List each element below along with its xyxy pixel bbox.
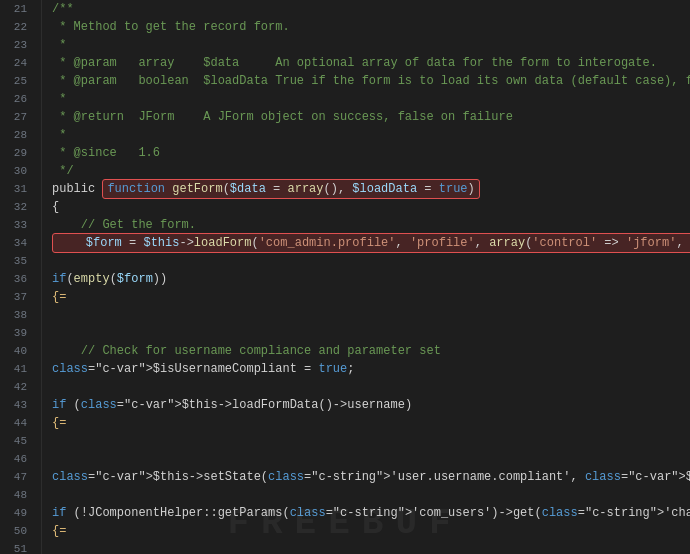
code-line: * @since 1.6 (52, 144, 690, 162)
line-number: 44 (0, 414, 33, 432)
code-line: * @return JForm A JForm object on succes… (52, 108, 690, 126)
line-number: 46 (0, 450, 33, 468)
code-line: * (52, 36, 690, 54)
code-line: /** (52, 0, 690, 18)
line-number: 38 (0, 306, 33, 324)
line-number: 28 (0, 126, 33, 144)
line-number: 36 (0, 270, 33, 288)
code-line: $form = $this->loadForm('com_admin.profi… (52, 234, 690, 252)
line-number: 29 (0, 144, 33, 162)
line-number: 50 (0, 522, 33, 540)
code-line (52, 306, 690, 324)
line-number: 45 (0, 432, 33, 450)
line-number: 24 (0, 54, 33, 72)
line-number: 47 (0, 468, 33, 486)
line-numbers: 2122232425262728293031323334353637383940… (0, 0, 42, 554)
line-number: 30 (0, 162, 33, 180)
code-editor: 2122232425262728293031323334353637383940… (0, 0, 690, 554)
line-number: 41 (0, 360, 33, 378)
code-line: {= (52, 522, 690, 540)
line-number: 34 (0, 234, 33, 252)
line-number: 31 (0, 180, 33, 198)
line-number: 21 (0, 0, 33, 18)
code-line (52, 486, 690, 504)
code-area: /** * Method to get the record form. * *… (42, 0, 690, 554)
line-number: 35 (0, 252, 33, 270)
code-line (52, 378, 690, 396)
line-number: 22 (0, 18, 33, 36)
code-line: if (!JComponentHelper::getParams(class="… (52, 504, 690, 522)
line-number: 51 (0, 540, 33, 554)
line-number: 48 (0, 486, 33, 504)
line-number: 42 (0, 378, 33, 396)
line-number: 26 (0, 90, 33, 108)
code-line: class="c-var">$isUsernameCompliant = tru… (52, 360, 690, 378)
code-line: * @param boolean $loadData True if the f… (52, 72, 690, 90)
code-line (52, 324, 690, 342)
code-line: * @param array $data An optional array o… (52, 54, 690, 72)
code-line: public function getForm($data = array(),… (52, 180, 690, 198)
line-number: 27 (0, 108, 33, 126)
line-number: 49 (0, 504, 33, 522)
code-line: * (52, 90, 690, 108)
code-line: // Check for username compliance and par… (52, 342, 690, 360)
code-line (52, 450, 690, 468)
line-number: 39 (0, 324, 33, 342)
line-number: 32 (0, 198, 33, 216)
code-line: if (class="c-var">$this->loadFormData()-… (52, 396, 690, 414)
line-number: 43 (0, 396, 33, 414)
code-line: */ (52, 162, 690, 180)
line-number: 40 (0, 342, 33, 360)
code-line: if(empty($form)) (52, 270, 690, 288)
line-number: 25 (0, 72, 33, 90)
code-line (52, 540, 690, 554)
code-line: {= (52, 288, 690, 306)
code-line: {= (52, 414, 690, 432)
line-number: 37 (0, 288, 33, 306)
code-line: class="c-var">$this->setState(class="c-s… (52, 468, 690, 486)
code-line (52, 252, 690, 270)
code-line: * (52, 126, 690, 144)
code-line: { (52, 198, 690, 216)
code-line (52, 432, 690, 450)
line-number: 33 (0, 216, 33, 234)
line-number: 23 (0, 36, 33, 54)
code-line: * Method to get the record form. (52, 18, 690, 36)
code-line: // Get the form. (52, 216, 690, 234)
